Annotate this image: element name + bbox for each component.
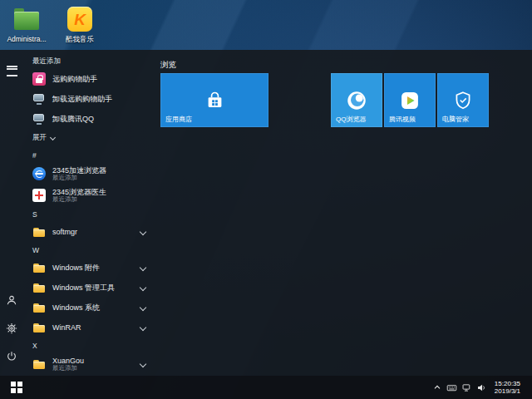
shield-icon	[452, 90, 474, 111]
chevron-down-icon	[50, 134, 56, 140]
tile-tencent-video[interactable]: 腾讯视频	[384, 73, 436, 127]
start-app-list: 最近添加 远购购物助手 卸载远购购物助手 卸载腾讯QQ 展开 #	[23, 50, 155, 376]
app-item-uninstall-qq[interactable]: 卸载腾讯QQ	[23, 109, 155, 129]
user-icon	[6, 294, 17, 306]
browser-e-icon	[32, 167, 46, 180]
hamburger-icon	[7, 66, 17, 76]
section-header-hash[interactable]: #	[23, 147, 155, 163]
clock-time: 15:20:35	[495, 380, 520, 388]
power-button[interactable]	[2, 347, 21, 366]
tile-label: QQ浏览器	[336, 115, 366, 124]
app-item-yuangou-assistant[interactable]: 远购购物助手	[23, 69, 155, 89]
start-menu-rail	[0, 50, 23, 376]
rail-bottom	[2, 291, 21, 366]
app-item-winrar[interactable]: WinRAR	[23, 318, 155, 337]
tile-qq-browser[interactable]: QQ浏览器	[331, 73, 382, 127]
tencent-video-icon	[398, 89, 421, 112]
clock-date: 2019/3/1	[495, 387, 520, 396]
app-item-windows-accessories[interactable]: Windows 附件	[23, 258, 155, 278]
tile-group-label: 浏览	[160, 60, 532, 73]
red-cross-icon	[32, 189, 46, 202]
desktop-icon-administrator[interactable]: Administra...	[5, 6, 48, 45]
taskbar: 15:20:35 2019/3/1	[0, 376, 532, 399]
volume-button[interactable]	[475, 376, 490, 399]
touch-keyboard-button[interactable]	[445, 376, 460, 399]
app-item-windows-system[interactable]: Windows 系统	[23, 298, 155, 318]
user-account-button[interactable]	[2, 291, 21, 309]
app-store-bag-icon	[204, 89, 226, 111]
administrator-folder-icon	[13, 6, 40, 32]
desktop-icon-label: 酷我音乐	[66, 35, 94, 45]
chevron-down-icon	[140, 264, 146, 271]
tile-pc-manager[interactable]: 电脑管家	[437, 73, 489, 127]
tray-expand-button[interactable]	[430, 376, 445, 399]
section-header-w[interactable]: W	[23, 242, 155, 258]
folder-icon	[32, 321, 46, 334]
network-icon	[461, 382, 472, 393]
power-icon	[6, 351, 17, 362]
folder-icon	[32, 261, 46, 274]
tile-label: 腾讯视频	[389, 115, 416, 124]
app-item-uninstall-yuangou[interactable]: 卸载远购购物助手	[23, 89, 155, 109]
app-item-xuangou-folder[interactable]: XuanGou 最近添加	[23, 353, 155, 375]
hamburger-menu-button[interactable]	[2, 62, 21, 80]
qq-browser-icon	[344, 88, 369, 113]
desktop-screen: Administra... K 酷我音乐	[0, 0, 532, 399]
expand-button[interactable]: 展开	[23, 129, 155, 147]
windows-logo-icon	[11, 382, 22, 393]
tile-app-store[interactable]: 应用商店	[160, 73, 268, 127]
taskbar-clock[interactable]: 15:20:35 2019/3/1	[490, 380, 525, 396]
system-tray: 15:20:35 2019/3/1	[430, 376, 532, 399]
folder-icon	[32, 281, 46, 294]
folder-icon	[32, 225, 46, 239]
folder-icon	[32, 301, 46, 314]
recently-added-tag: 最近添加	[52, 196, 106, 204]
chevron-down-icon	[140, 304, 146, 311]
start-button[interactable]	[0, 376, 33, 399]
uninstall-monitor-icon	[32, 112, 46, 126]
app-item-2345-doctor[interactable]: 2345浏览器医生 最近添加	[23, 185, 155, 206]
recently-added-tag: 最近添加	[52, 175, 106, 182]
touch-keyboard-icon	[446, 382, 457, 393]
section-header-s[interactable]: S	[23, 206, 155, 222]
tile-label: 应用商店	[165, 115, 192, 124]
network-button[interactable]	[460, 376, 475, 399]
chevron-down-icon	[140, 361, 146, 367]
chevron-up-icon	[432, 382, 442, 392]
gear-icon	[6, 323, 17, 334]
folder-icon	[32, 357, 46, 371]
speaker-icon	[476, 382, 487, 393]
app-item-windows-admin-tools[interactable]: Windows 管理工具	[23, 278, 155, 298]
chevron-down-icon	[140, 284, 146, 291]
section-header-x[interactable]: X	[23, 337, 155, 353]
desktop-icon-area: Administra... K 酷我音乐	[5, 6, 101, 45]
desktop-icon-label: Administra...	[7, 35, 46, 43]
app-item-softmgr-folder[interactable]: softmgr	[23, 222, 155, 242]
shopping-bag-icon	[32, 72, 46, 86]
tile-row: 应用商店 QQ浏览器	[160, 73, 532, 127]
app-item-2345-browser[interactable]: 2345加速浏览器 最近添加	[23, 163, 155, 185]
desktop-icon-kuwo-music[interactable]: K 酷我音乐	[58, 6, 101, 45]
chevron-down-icon	[140, 229, 146, 235]
settings-button[interactable]	[2, 319, 21, 337]
recently-added-header: 最近添加	[23, 53, 155, 69]
uninstall-monitor-icon	[32, 92, 46, 106]
kuwo-music-icon: K	[66, 6, 93, 32]
start-menu: 最近添加 远购购物助手 卸载远购购物助手 卸载腾讯QQ 展开 #	[0, 50, 532, 376]
chevron-down-icon	[140, 324, 146, 331]
tile-label: 电脑管家	[442, 115, 469, 124]
tile-area: 浏览 应用商店	[155, 50, 532, 376]
recently-added-tag: 最近添加	[52, 365, 84, 372]
